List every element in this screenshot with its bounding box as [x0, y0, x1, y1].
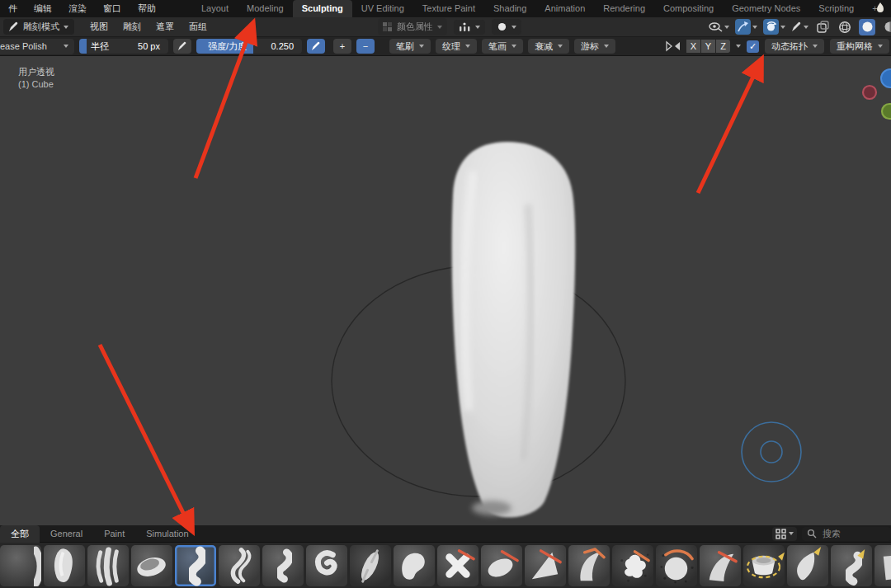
snap-arrow-icon[interactable] [735, 19, 751, 35]
mirror-axis-toggle[interactable]: Z [716, 40, 730, 53]
workspace-tab[interactable]: Modeling [238, 0, 293, 17]
brush-edge-partial[interactable] [0, 545, 41, 586]
blender-window: 件编辑渲染窗口帮助 LayoutModelingSculptingUV Edit… [0, 0, 891, 588]
color-attribute-dropdown[interactable]: 颜色属性 [378, 18, 447, 35]
strength-pressure-button[interactable] [307, 39, 325, 54]
subtract-button[interactable]: − [356, 39, 375, 54]
annotate-dropdown[interactable] [791, 21, 808, 32]
header-menu[interactable]: 雕刻 [116, 21, 148, 33]
asset-shelf-header: 全部GeneralPaintSimulation [0, 525, 891, 543]
brush-hook-yellow[interactable] [831, 545, 872, 586]
brush-curved-blob[interactable] [44, 545, 85, 586]
asset-shelf-tab[interactable]: 全部 [0, 525, 40, 543]
brush-fat-comma[interactable] [394, 545, 435, 586]
sculpt-object[interactable] [452, 142, 576, 517]
brush-s-worm[interactable] [262, 545, 304, 586]
brush-shelf [0, 543, 891, 588]
chevron-down-icon [813, 45, 818, 48]
chevron-down-icon [789, 532, 794, 535]
wireframe-shading-toggle[interactable] [837, 19, 853, 35]
header-menu[interactable]: 视图 [82, 21, 116, 33]
topbar-menu[interactable]: 编辑 [26, 3, 60, 13]
panel-dropdown[interactable]: 笔画 [482, 39, 523, 54]
remesh-label: 重构网格 [837, 40, 873, 53]
workspace-tab[interactable]: Animation [535, 0, 594, 17]
remesh-dropdown[interactable]: 重构网格 [830, 39, 889, 54]
proportional-toggle-dropdown[interactable] [763, 19, 785, 35]
display-mode-dropdown[interactable] [772, 527, 797, 541]
workspace-tab[interactable]: Layout [192, 0, 238, 17]
solid-shading-toggle[interactable] [859, 19, 875, 35]
workspace-tab[interactable]: Scripting [809, 0, 863, 17]
mirror-axis-toggle[interactable]: X [686, 40, 700, 53]
panel-dropdown[interactable]: 纹理 [436, 39, 477, 54]
brush-tip-dropdown[interactable] [492, 19, 521, 35]
workspace-tab[interactable]: UV Editing [352, 0, 413, 17]
header-menu[interactable]: 面组 [182, 21, 214, 33]
panel-label: 纹理 [442, 40, 460, 53]
brush-swirl[interactable] [306, 545, 347, 586]
brush-cross-red[interactable] [437, 545, 478, 586]
brush-splatter-orange[interactable] [612, 545, 653, 586]
header-menu[interactable]: 遮罩 [148, 21, 182, 33]
asset-search-box[interactable] [802, 527, 891, 541]
workspace-tab[interactable]: Compositing [654, 0, 723, 17]
brush-ring-yellow[interactable] [743, 545, 785, 586]
falloff-dropdown[interactable] [454, 20, 485, 35]
topbar-menu[interactable]: 窗口 [95, 3, 130, 13]
search-input[interactable] [821, 528, 879, 539]
brush-name-dropdown[interactable]: ease Polish [0, 39, 74, 54]
xray-toggle[interactable] [814, 19, 831, 35]
panel-dropdown[interactable]: 笔刷 [389, 39, 431, 54]
brush-noise-orange[interactable] [656, 545, 697, 586]
brush-cursor [742, 422, 801, 482]
topbar-menu[interactable]: 帮助 [130, 3, 164, 13]
workspace-tab[interactable]: Texture Paint [413, 0, 484, 17]
visibility-dropdown[interactable] [709, 21, 729, 32]
brush-snake-curve[interactable] [175, 545, 216, 586]
topbar-menu[interactable]: 件 [0, 3, 26, 13]
workspace-tab[interactable]: Shading [484, 0, 535, 17]
material-shading-toggle[interactable] [881, 19, 891, 35]
asset-shelf-tab[interactable]: Simulation [135, 525, 199, 543]
plus-icon: + [340, 41, 345, 51]
mode-selector[interactable]: 雕刻模式 [3, 19, 74, 35]
brush-drop-yellow[interactable] [787, 545, 828, 586]
falloff-icon [459, 22, 471, 32]
dyntopo-checkbox[interactable]: ✓ [747, 40, 759, 53]
asset-shelf-tab[interactable]: Paint [93, 525, 135, 543]
brush-flatten-red[interactable] [481, 545, 522, 586]
dyntopo-dropdown[interactable]: 动态拓扑 [765, 39, 824, 54]
orbit-sphere-icon[interactable] [763, 19, 779, 35]
brush-pinch-spindle[interactable] [350, 545, 391, 586]
add-button[interactable]: + [333, 39, 351, 54]
panel-dropdown[interactable]: 衰减 [528, 39, 569, 54]
workspace-tab[interactable]: Geometry Nodes [723, 0, 809, 17]
brush-square-yellow[interactable] [874, 545, 891, 586]
radius-pressure-button[interactable] [173, 39, 191, 54]
mirror-axis-toggle[interactable]: Y [701, 40, 715, 53]
viewport-3d[interactable]: 用户透视 (1) Cube [0, 56, 891, 525]
axis-gizmo[interactable] [863, 69, 891, 119]
snap-toggle-dropdown[interactable] [735, 19, 757, 35]
brush-sharp-ridges[interactable] [87, 545, 129, 586]
workspace-tab[interactable]: Sculpting [293, 0, 352, 17]
panel-dropdown[interactable]: 游标 [574, 39, 615, 54]
strength-value: 0.250 [271, 41, 294, 51]
radius-fill [79, 39, 87, 54]
workspace-tab[interactable]: Rendering [594, 0, 654, 17]
strength-slider[interactable]: 强度/力度 0.250 [196, 39, 302, 54]
brush-sail-red[interactable] [700, 545, 741, 586]
brush-double-s-ridge[interactable] [219, 545, 260, 586]
asset-shelf-tab[interactable]: General [40, 525, 93, 543]
color-attribute-label: 颜色属性 [397, 21, 433, 33]
mirror-icon [666, 40, 681, 52]
pen-pressure-icon [177, 41, 187, 51]
brush-clay-bowl[interactable] [131, 545, 172, 586]
brush-plane-red[interactable] [525, 545, 566, 586]
radius-slider[interactable]: 半径 50 px [79, 39, 168, 54]
panel-label: 游标 [581, 40, 599, 53]
corner-badge-icon [874, 2, 886, 16]
topbar-menu[interactable]: 渲染 [60, 3, 95, 13]
brush-claw-orange[interactable] [568, 545, 610, 586]
